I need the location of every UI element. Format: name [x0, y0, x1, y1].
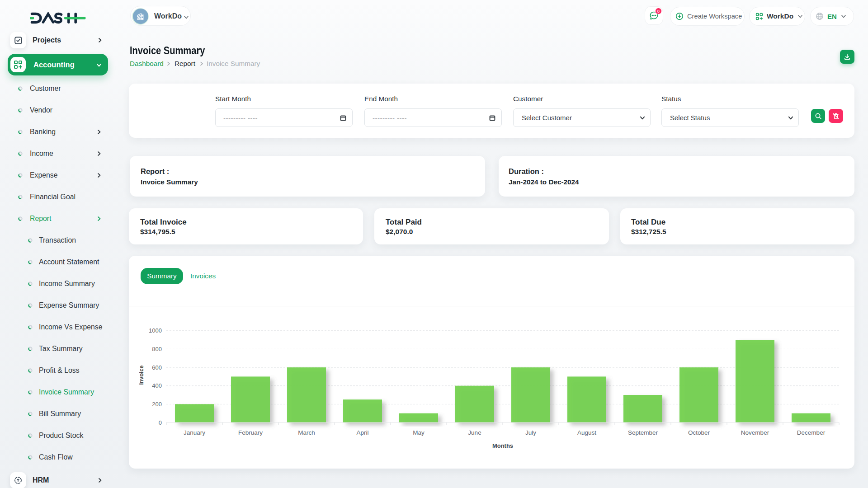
svg-text:May: May: [413, 429, 425, 436]
svg-text:1000: 1000: [149, 327, 162, 334]
svg-text:400: 400: [152, 382, 162, 389]
svg-text:Months: Months: [492, 442, 513, 449]
svg-text:September: September: [628, 429, 658, 436]
svg-text:February: February: [238, 429, 263, 436]
svg-text:0: 0: [159, 419, 162, 426]
svg-text:December: December: [797, 429, 826, 436]
svg-text:June: June: [468, 429, 481, 436]
svg-text:800: 800: [152, 346, 162, 352]
svg-text:200: 200: [152, 401, 162, 408]
svg-text:January: January: [184, 429, 205, 436]
svg-text:August: August: [577, 429, 596, 436]
svg-text:November: November: [741, 429, 769, 436]
svg-text:April: April: [356, 429, 368, 436]
svg-text:Invoice: Invoice: [138, 365, 145, 385]
svg-text:600: 600: [152, 364, 162, 371]
svg-text:March: March: [298, 429, 315, 436]
svg-text:July: July: [525, 429, 536, 436]
svg-text:October: October: [688, 429, 710, 436]
